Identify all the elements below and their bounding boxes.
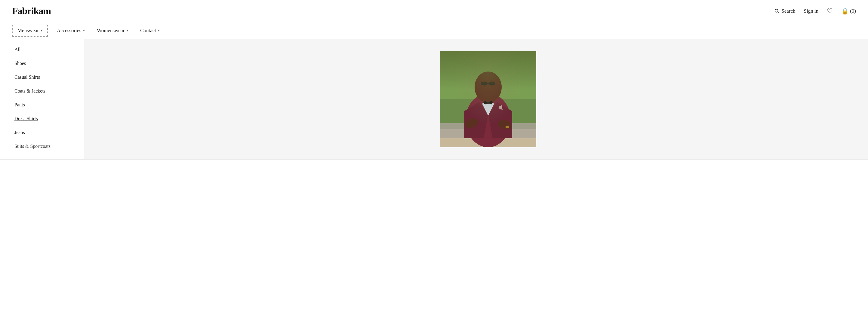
dropdown-promo-area [84,39,820,159]
nav-item-womenswear[interactable]: Womenswear ▾ [91,23,134,38]
svg-rect-5 [440,129,536,147]
cart-icon: 🔒 [841,7,849,15]
dropdown-item-all[interactable]: All [14,43,84,57]
signin-link[interactable]: Sign in [804,8,819,14]
svg-point-12 [497,119,512,131]
search-button[interactable]: Search [774,8,795,14]
svg-rect-21 [505,126,509,128]
svg-point-24 [487,102,489,104]
svg-rect-2 [440,51,536,147]
header-actions: Search Sign in ♡ 🔒 (0) [774,7,856,15]
svg-marker-10 [482,102,494,116]
svg-marker-23 [489,101,493,105]
svg-rect-17 [481,82,487,85]
dropdown-item-shoes[interactable]: Shoes [14,57,84,70]
nav-womenswear-label: Womenswear [97,28,125,34]
svg-point-0 [775,9,778,12]
nav-item-accessories[interactable]: Accessories ▾ [51,23,91,38]
svg-point-7 [466,93,511,147]
nav-menswear-label: Menswear [18,28,39,34]
promo-image-svg [440,51,536,147]
chevron-down-icon: ▾ [126,28,128,33]
svg-point-11 [464,117,479,130]
svg-rect-4 [440,123,536,147]
svg-line-1 [778,12,779,13]
svg-marker-8 [464,102,488,138]
dropdown-item-suits-sportcoats[interactable]: Suits & Sportcoats [14,139,84,153]
cart-count: (0) [850,8,856,14]
svg-point-16 [489,80,494,87]
cart-button[interactable]: 🔒 (0) [841,7,856,15]
svg-rect-3 [440,51,536,99]
nav-accessories-label: Accessories [57,28,81,34]
menswear-dropdown: All Shoes Casual Shirts Coats & Jackets … [0,39,868,160]
dropdown-menu-list: All Shoes Casual Shirts Coats & Jackets … [0,39,84,159]
nav-contact-label: Contact [140,28,156,34]
chevron-down-icon: ▾ [158,28,160,33]
nav-item-menswear[interactable]: Menswear ▾ [12,25,48,37]
svg-marker-22 [483,101,488,105]
svg-rect-13 [485,95,492,104]
dropdown-item-jeans[interactable]: Jeans [14,126,84,139]
search-label: Search [781,8,795,14]
wishlist-button[interactable]: ♡ [827,7,833,15]
chevron-down-icon: ▾ [40,28,42,33]
dropdown-item-coats-jackets[interactable]: Coats & Jackets [14,84,84,98]
svg-rect-18 [489,82,495,85]
search-icon [774,8,780,14]
promo-image [440,51,536,147]
dropdown-item-pants[interactable]: Pants [14,98,84,112]
dropdown-item-dress-shirts[interactable]: Dress Shirts [14,112,84,126]
svg-point-15 [482,80,487,87]
site-logo[interactable]: Fabrikam [12,5,51,16]
svg-point-14 [474,71,502,103]
main-navigation: Menswear ▾ Accessories ▾ Womenswear ▾ Co… [0,22,868,39]
svg-rect-6 [440,138,536,147]
svg-marker-20 [499,105,503,110]
chevron-down-icon: ▾ [83,28,85,33]
dropdown-item-casual-shirts[interactable]: Casual Shirts [14,70,84,84]
nav-item-contact[interactable]: Contact ▾ [134,23,166,38]
right-panel-filler [820,39,868,159]
site-header: Fabrikam Search Sign in ♡ 🔒 (0) [0,0,868,22]
svg-marker-9 [488,102,512,138]
